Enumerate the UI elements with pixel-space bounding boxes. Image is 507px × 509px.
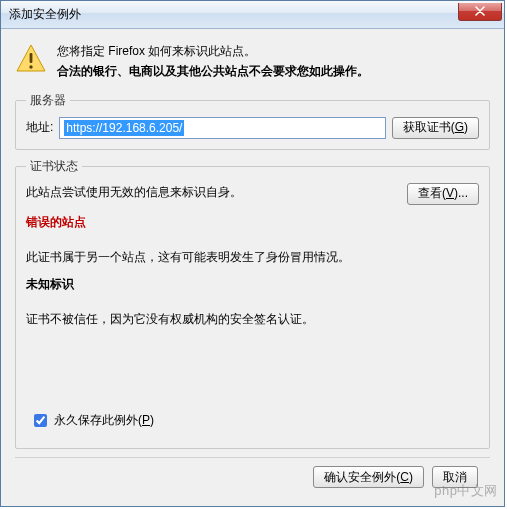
close-icon	[475, 6, 485, 16]
address-value: https://192.168.6.205/	[64, 120, 184, 136]
titlebar[interactable]: 添加安全例外	[1, 1, 504, 29]
intro-text: 您将指定 Firefox 如何来标识此站点。 合法的银行、电商以及其他公共站点不…	[57, 41, 369, 82]
address-label: 地址:	[26, 119, 53, 136]
address-input[interactable]: https://192.168.6.205/	[59, 117, 385, 139]
wrong-site-title: 错误的站点	[26, 213, 479, 232]
confirm-exception-button[interactable]: 确认安全例外(C)	[313, 466, 424, 488]
server-group: 服务器 地址: https://192.168.6.205/ 获取证书(G)	[15, 92, 490, 150]
save-exception-checkbox[interactable]	[34, 414, 47, 427]
svg-rect-0	[30, 53, 33, 63]
dialog-content: 您将指定 Firefox 如何来标识此站点。 合法的银行、电商以及其他公共站点不…	[1, 29, 504, 506]
cert-status-group: 证书状态 此站点尝试使用无效的信息来标识自身。 查看(V)... 错误的站点 此…	[15, 158, 490, 449]
save-exception-label[interactable]: 永久保存此例外(P)	[54, 412, 154, 429]
close-button[interactable]	[458, 3, 502, 21]
svg-point-1	[29, 65, 32, 68]
save-exception-row: 永久保存此例外(P)	[26, 411, 479, 430]
spacer	[26, 336, 479, 411]
warning-icon	[15, 43, 47, 82]
unknown-identity-desc: 证书不被信任，因为它没有权威机构的安全签名认证。	[26, 310, 479, 329]
cert-status-legend: 证书状态	[26, 158, 82, 175]
intro-line1: 您将指定 Firefox 如何来标识此站点。	[57, 41, 369, 61]
address-row: 地址: https://192.168.6.205/ 获取证书(G)	[26, 117, 479, 139]
intro-section: 您将指定 Firefox 如何来标识此站点。 合法的银行、电商以及其他公共站点不…	[15, 41, 490, 82]
server-legend: 服务器	[26, 92, 70, 109]
window-title: 添加安全例外	[9, 6, 458, 23]
dialog-footer: 确认安全例外(C) 取消	[15, 457, 490, 496]
intro-line2: 合法的银行、电商以及其他公共站点不会要求您如此操作。	[57, 61, 369, 81]
dialog-window: 添加安全例外 您将指定 Firefox 如何来标识此站点。 合法的银行、电商以及…	[0, 0, 505, 507]
get-certificate-button[interactable]: 获取证书(G)	[392, 117, 479, 139]
view-cert-button[interactable]: 查看(V)...	[407, 183, 479, 205]
cert-status-desc: 此站点尝试使用无效的信息来标识自身。	[26, 183, 242, 202]
cancel-button[interactable]: 取消	[432, 466, 478, 488]
unknown-identity-title: 未知标识	[26, 275, 479, 294]
wrong-site-desc: 此证书属于另一个站点，这有可能表明发生了身份冒用情况。	[26, 248, 479, 267]
cert-status-row: 此站点尝试使用无效的信息来标识自身。 查看(V)...	[26, 183, 479, 205]
